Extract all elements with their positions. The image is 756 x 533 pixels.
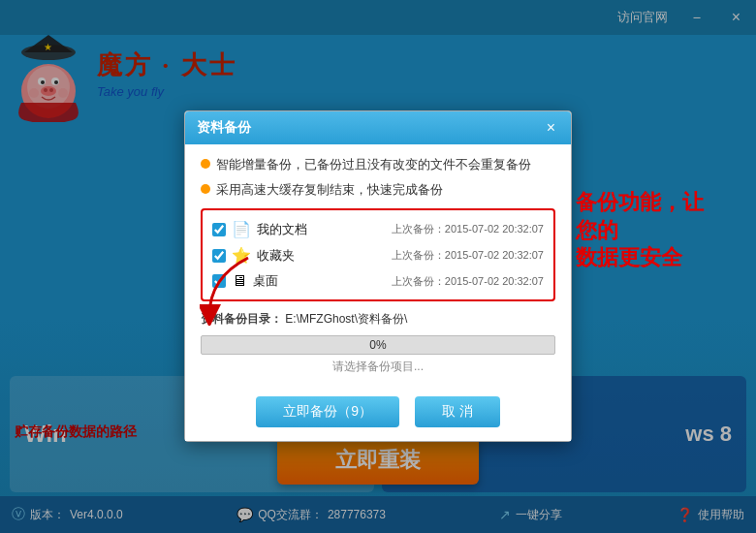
backup-item-2: 🖥 桌面 上次备份：2015-07-02 20:32:07 (212, 268, 544, 294)
progress-hint: 请选择备份项目... (201, 359, 555, 375)
backup-item-0-left: 📄 我的文档 (212, 220, 307, 238)
bullet-dot-1 (201, 159, 210, 169)
backup-dialog: 资料备份 × 智能增量备份，已备份过且没有改变的文件不会重复备份 采用高速大缓存… (184, 110, 572, 442)
backup-item-2-label: 桌面 (253, 272, 278, 290)
bullet-text-2: 采用高速大缓存复制结束，快速完成备份 (216, 181, 443, 199)
dialog-titlebar: 资料备份 × (185, 111, 571, 144)
dialog-title: 资料备份 (197, 119, 251, 137)
backup-items-list: 📄 我的文档 上次备份：2015-07-02 20:32:07 ⭐ 收藏夹 上次… (201, 208, 555, 301)
dialog-overlay: 资料备份 × 智能增量备份，已备份过且没有改变的文件不会重复备份 采用高速大缓存… (0, 0, 756, 533)
backup-checkbox-1[interactable] (212, 249, 226, 263)
bullet-dot-2 (201, 184, 210, 194)
bullet-item-1: 智能增量备份，已备份过且没有改变的文件不会重复备份 (201, 156, 555, 173)
app-background: 访问官网 － × ★ (0, 0, 756, 533)
backup-item-0-label: 我的文档 (257, 221, 307, 238)
path-section: 资料备份目录： E:\MFZGhost\资料备份\ (201, 311, 555, 328)
backup-item-1: ⭐ 收藏夹 上次备份：2015-07-02 20:32:07 (212, 242, 544, 268)
backup-item-0-date: 上次备份：2015-07-02 20:32:07 (392, 222, 544, 236)
dialog-annotation: 备份功能，让您的数据更安全 (576, 189, 721, 272)
progress-section: 0% (201, 335, 555, 355)
backup-item-1-left: ⭐ 收藏夹 (212, 246, 295, 265)
confirm-backup-button[interactable]: 立即备份（9） (256, 396, 399, 427)
dialog-close-button[interactable]: × (543, 119, 559, 137)
progress-text: 0% (369, 338, 386, 352)
backup-item-0: 📄 我的文档 上次备份：2015-07-02 20:32:07 (212, 216, 544, 242)
backup-item-2-date: 上次备份：2015-07-02 20:32:07 (392, 274, 544, 289)
desktop-icon: 🖥 (232, 272, 247, 290)
cancel-button[interactable]: 取 消 (415, 396, 500, 427)
bullet-text-1: 智能增量备份，已备份过且没有改变的文件不会重复备份 (216, 156, 531, 173)
path-value: E:\MFZGhost\资料备份\ (285, 312, 407, 326)
backup-checkbox-0[interactable] (212, 223, 226, 236)
backup-item-1-label: 收藏夹 (257, 247, 295, 265)
dialog-footer: 立即备份（9） 取 消 (185, 387, 571, 441)
path-label: 资料备份目录： (201, 312, 282, 326)
documents-icon: 📄 (232, 220, 251, 238)
favorites-icon: ⭐ (232, 246, 251, 265)
backup-checkbox-2[interactable] (212, 274, 226, 288)
progress-bar-outer: 0% (201, 335, 555, 355)
bullet-item-2: 采用高速大缓存复制结束，快速完成备份 (201, 181, 555, 199)
backup-item-2-left: 🖥 桌面 (212, 272, 278, 290)
backup-item-1-date: 上次备份：2015-07-02 20:32:07 (392, 248, 544, 263)
dialog-body: 智能增量备份，已备份过且没有改变的文件不会重复备份 采用高速大缓存复制结束，快速… (185, 144, 571, 387)
